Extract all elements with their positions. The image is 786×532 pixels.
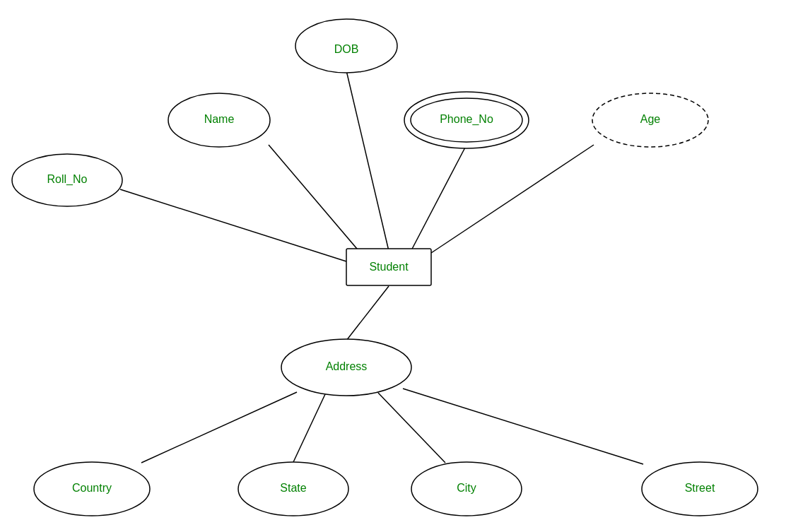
line-student-phone — [410, 145, 467, 253]
line-student-dob — [346, 71, 389, 251]
state-label: State — [280, 482, 306, 494]
rollno-label: Roll_No — [47, 173, 88, 186]
line-address-state — [293, 394, 325, 462]
name-label: Name — [204, 113, 235, 125]
phone-label: Phone_No — [440, 113, 493, 126]
line-address-country — [141, 392, 297, 463]
student-label: Student — [369, 261, 409, 273]
line-student-age — [431, 145, 594, 253]
city-label: City — [457, 482, 476, 494]
address-label: Address — [326, 360, 368, 372]
line-student-name — [269, 145, 360, 253]
dob-label: DOB — [334, 43, 359, 55]
line-address-street — [403, 389, 643, 464]
line-address-city — [378, 393, 445, 463]
street-label: Street — [685, 482, 715, 494]
line-student-address — [346, 286, 389, 341]
line-student-rollno — [120, 189, 346, 261]
age-label: Age — [640, 113, 661, 125]
country-label: Country — [72, 482, 112, 494]
